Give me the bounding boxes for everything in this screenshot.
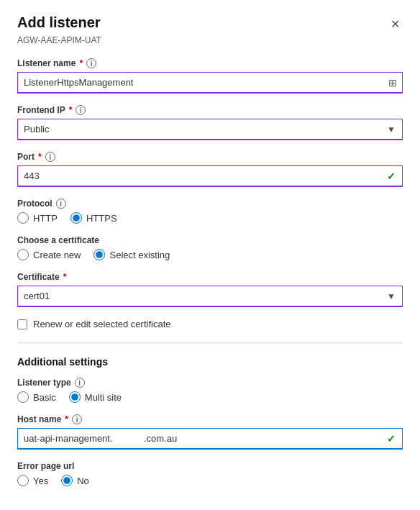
create-new-label: Create new bbox=[33, 250, 81, 260]
host-name-check-icon: ✓ bbox=[387, 433, 396, 445]
host-name-label: Host name * i bbox=[17, 414, 403, 424]
required-marker: * bbox=[79, 58, 83, 68]
frontend-ip-label: Frontend IP * i bbox=[17, 105, 403, 115]
protocol-https-label: HTTPS bbox=[86, 213, 117, 224]
protocol-radio-group: HTTP HTTPS bbox=[17, 212, 403, 224]
listener-name-field: Listener name * i ⊞ bbox=[17, 58, 403, 94]
create-new-radio[interactable] bbox=[17, 249, 29, 260]
frontend-ip-info-icon[interactable]: i bbox=[76, 105, 86, 115]
panel-title: Add listener bbox=[17, 14, 101, 31]
error-page-url-radio-group: Yes No bbox=[17, 475, 403, 486]
port-field: Port * i ✓ bbox=[17, 152, 403, 187]
create-new-option[interactable]: Create new bbox=[17, 249, 81, 260]
protocol-http-radio[interactable] bbox=[17, 212, 29, 224]
panel-header: Add listener ✕ bbox=[17, 14, 403, 32]
basic-label: Basic bbox=[33, 392, 56, 403]
port-check-icon: ✓ bbox=[387, 170, 396, 182]
error-url-no-radio[interactable] bbox=[61, 475, 73, 486]
protocol-https-radio[interactable] bbox=[70, 212, 82, 224]
port-info-icon[interactable]: i bbox=[45, 152, 55, 162]
error-url-no-option[interactable]: No bbox=[61, 475, 89, 486]
error-url-yes-option[interactable]: Yes bbox=[17, 475, 48, 486]
listener-type-info-icon[interactable]: i bbox=[75, 378, 85, 388]
choose-certificate-label: Choose a certificate bbox=[17, 235, 403, 245]
port-input[interactable] bbox=[17, 165, 403, 187]
certificate-select-wrapper: cert01 ▼ bbox=[17, 286, 403, 307]
listener-name-grid-icon: ⊞ bbox=[388, 77, 397, 88]
protocol-label: Protocol i bbox=[17, 199, 403, 209]
renew-edit-checkbox[interactable] bbox=[17, 319, 27, 329]
listener-type-label: Listener type i bbox=[17, 378, 403, 388]
certificate-field: Certificate * cert01 ▼ bbox=[17, 272, 403, 307]
certificate-choice-radio-group: Create new Select existing bbox=[17, 249, 403, 260]
protocol-http-option[interactable]: HTTP bbox=[17, 212, 58, 224]
host-name-input-wrapper: ✓ bbox=[17, 428, 403, 450]
host-name-input[interactable] bbox=[17, 428, 403, 450]
renew-edit-label: Renew or edit selected certificate bbox=[33, 319, 170, 329]
error-page-url-label: Error page url bbox=[17, 461, 403, 471]
protocol-field: Protocol i HTTP HTTPS bbox=[17, 199, 403, 224]
listener-type-radio-group: Basic Multi site bbox=[17, 391, 403, 403]
close-button[interactable]: ✕ bbox=[388, 16, 403, 32]
port-input-wrapper: ✓ bbox=[17, 165, 403, 187]
basic-radio[interactable] bbox=[17, 391, 29, 403]
certificate-select[interactable]: cert01 bbox=[17, 286, 403, 307]
protocol-info-icon[interactable]: i bbox=[56, 199, 66, 209]
select-existing-radio[interactable] bbox=[93, 249, 105, 260]
required-marker: * bbox=[65, 414, 68, 424]
select-existing-option[interactable]: Select existing bbox=[93, 249, 170, 260]
listener-type-field: Listener type i Basic Multi site bbox=[17, 378, 403, 403]
error-page-url-field: Error page url Yes No bbox=[17, 461, 403, 486]
protocol-http-label: HTTP bbox=[33, 213, 58, 224]
error-url-yes-radio[interactable] bbox=[17, 475, 29, 486]
choose-certificate-field: Choose a certificate Create new Select e… bbox=[17, 235, 403, 260]
required-marker: * bbox=[69, 105, 73, 115]
required-marker: * bbox=[38, 152, 42, 162]
frontend-ip-select-wrapper: Public Private ▼ bbox=[17, 119, 403, 140]
multi-site-label: Multi site bbox=[85, 392, 122, 403]
error-url-no-label: No bbox=[77, 475, 89, 486]
frontend-ip-field: Frontend IP * i Public Private ▼ bbox=[17, 105, 403, 140]
renew-edit-row: Renew or edit selected certificate bbox=[17, 319, 403, 329]
multi-site-radio[interactable] bbox=[69, 391, 81, 403]
add-listener-panel: Add listener ✕ AGW-AAE-APIM-UAT Listener… bbox=[0, 0, 420, 510]
basic-option[interactable]: Basic bbox=[17, 391, 56, 403]
listener-name-input-wrapper: ⊞ bbox=[17, 72, 403, 94]
listener-name-label: Listener name * i bbox=[17, 58, 403, 68]
protocol-https-option[interactable]: HTTPS bbox=[70, 212, 117, 224]
multi-site-option[interactable]: Multi site bbox=[69, 391, 122, 403]
additional-settings-section: Additional settings Listener type i Basi… bbox=[17, 356, 403, 486]
certificate-label: Certificate * bbox=[17, 272, 403, 282]
host-name-field: Host name * i ✓ bbox=[17, 414, 403, 450]
required-marker: * bbox=[63, 272, 67, 282]
error-url-yes-label: Yes bbox=[33, 475, 48, 486]
listener-name-input[interactable] bbox=[17, 72, 403, 94]
section-divider bbox=[17, 342, 403, 343]
host-name-info-icon[interactable]: i bbox=[72, 414, 82, 424]
listener-name-info-icon[interactable]: i bbox=[86, 58, 96, 68]
port-label: Port * i bbox=[17, 152, 403, 162]
additional-settings-title: Additional settings bbox=[17, 356, 403, 368]
panel-subtitle: AGW-AAE-APIM-UAT bbox=[17, 35, 403, 45]
frontend-ip-select[interactable]: Public Private bbox=[17, 119, 403, 140]
select-existing-label: Select existing bbox=[109, 250, 170, 260]
